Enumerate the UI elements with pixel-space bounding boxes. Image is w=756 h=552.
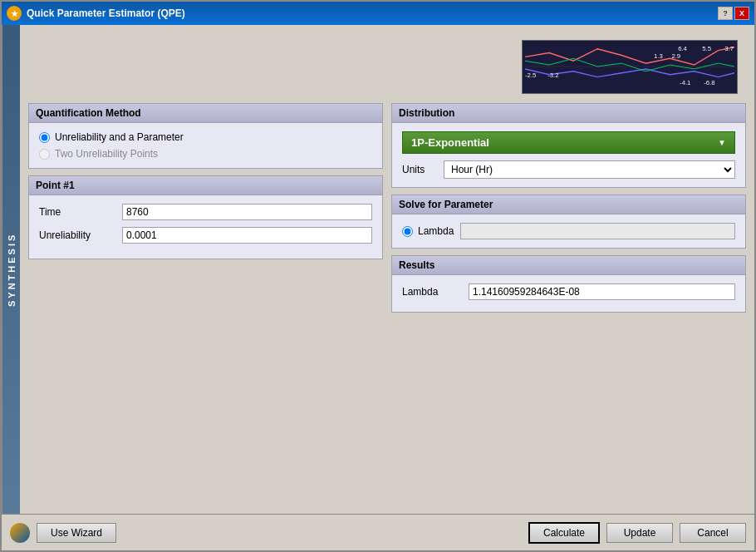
radio-two-points[interactable]: Two Unreliability Points: [39, 148, 372, 160]
unreliability-row: Unreliability: [39, 227, 372, 244]
content-area: SYNTHESIS 6.4: [2, 25, 754, 514]
units-row: Units Hour (Hr) Minute (Min) Second (Sec…: [402, 160, 735, 179]
top-area: 6.4 5.5 3.7 1.3 2.9 -2.5 -3.2 -4.1 -6.8: [28, 33, 746, 93]
wizard-button[interactable]: Use Wizard: [37, 523, 116, 543]
radio-unreliability[interactable]: Unreliability and a Parameter: [39, 131, 372, 143]
quantification-header: Quantification Method: [29, 104, 382, 123]
time-input[interactable]: [122, 204, 372, 220]
point1-body: Time Unreliability: [29, 195, 382, 259]
lambda-results-value[interactable]: [469, 283, 735, 300]
distribution-header: Distribution: [392, 104, 745, 123]
cancel-button[interactable]: Cancel: [680, 523, 746, 543]
svg-text:6.4: 6.4: [678, 45, 687, 52]
unreliability-label: Unreliability: [39, 229, 122, 241]
results-body: Lambda: [392, 275, 745, 312]
quantification-body: Unreliability and a Parameter Two Unreli…: [29, 123, 382, 168]
help-button[interactable]: ?: [718, 7, 733, 20]
time-row: Time: [39, 204, 372, 220]
results-header: Results: [392, 256, 745, 275]
synthesis-bar: SYNTHESIS: [2, 25, 20, 514]
svg-text:-4.1: -4.1: [680, 79, 690, 86]
synthesis-label: SYNTHESIS: [7, 232, 17, 306]
window-title: Quick Parameter Estimator (QPE): [27, 7, 713, 19]
point1-header: Point #1: [29, 176, 382, 195]
distribution-panel: Distribution 1P-Exponential ▼ Units Hour…: [391, 103, 746, 188]
point1-panel: Point #1 Time Unreliability: [28, 175, 383, 259]
svg-text:-6.8: -6.8: [704, 79, 714, 86]
radio-two-points-label: Two Unreliability Points: [55, 148, 158, 160]
lambda-radio-label[interactable]: Lambda: [402, 225, 454, 237]
lambda-label: Lambda: [418, 225, 454, 237]
distribution-body: 1P-Exponential ▼ Units Hour (Hr) Minute …: [392, 123, 745, 187]
radio-unreliability-label: Unreliability and a Parameter: [55, 131, 184, 143]
time-label: Time: [39, 206, 122, 218]
units-label: Units: [402, 164, 435, 175]
right-panels: Distribution 1P-Exponential ▼ Units Hour…: [391, 103, 746, 505]
panels-row: Quantification Method Unreliability and …: [28, 103, 746, 505]
lambda-solve-input[interactable]: [460, 223, 735, 239]
unreliability-input[interactable]: [122, 227, 372, 244]
svg-text:5.5: 5.5: [702, 45, 711, 52]
title-bar: ★ Quick Parameter Estimator (QPE) ? X: [2, 2, 754, 25]
footer-icon: [10, 523, 30, 543]
update-button[interactable]: Update: [606, 523, 673, 543]
left-panels: Quantification Method Unreliability and …: [28, 103, 383, 505]
results-panel: Results Lambda: [391, 255, 746, 313]
units-select[interactable]: Hour (Hr) Minute (Min) Second (Sec) Day: [444, 160, 735, 179]
lambda-results-label: Lambda: [402, 286, 469, 298]
close-button[interactable]: X: [734, 7, 749, 20]
radio-unreliability-input[interactable]: [39, 132, 50, 143]
distribution-selected-label: 1P-Exponential: [411, 136, 489, 149]
title-bar-buttons: ? X: [718, 7, 749, 20]
radio-two-points-input[interactable]: [39, 149, 50, 160]
distribution-dropdown-button[interactable]: 1P-Exponential ▼: [402, 131, 735, 154]
lambda-radio-input[interactable]: [402, 226, 413, 237]
solve-panel: Solve for Parameter Lambda: [391, 195, 746, 249]
calculate-button[interactable]: Calculate: [528, 522, 600, 544]
main-content: 6.4 5.5 3.7 1.3 2.9 -2.5 -3.2 -4.1 -6.8: [20, 25, 754, 514]
main-window: ★ Quick Parameter Estimator (QPE) ? X SY…: [0, 0, 756, 552]
lambda-solve-row: Lambda: [402, 223, 735, 239]
svg-text:3.7: 3.7: [724, 45, 734, 52]
lambda-results-row: Lambda: [402, 283, 735, 300]
svg-text:-3.2: -3.2: [547, 71, 558, 79]
solve-header: Solve for Parameter: [392, 195, 745, 214]
quantification-panel: Quantification Method Unreliability and …: [28, 103, 383, 169]
chart-preview: 6.4 5.5 3.7 1.3 2.9 -2.5 -3.2 -4.1 -6.8: [522, 40, 738, 94]
svg-text:1.3: 1.3: [654, 52, 663, 60]
svg-text:-2.5: -2.5: [525, 71, 536, 79]
solve-body: Lambda: [392, 214, 745, 248]
dropdown-arrow-icon: ▼: [718, 138, 726, 147]
svg-text:2.9: 2.9: [671, 52, 680, 60]
quantification-radio-group: Unreliability and a Parameter Two Unreli…: [39, 131, 372, 160]
footer-bar: Use Wizard Calculate Update Cancel: [2, 514, 754, 550]
app-icon: ★: [7, 6, 22, 21]
